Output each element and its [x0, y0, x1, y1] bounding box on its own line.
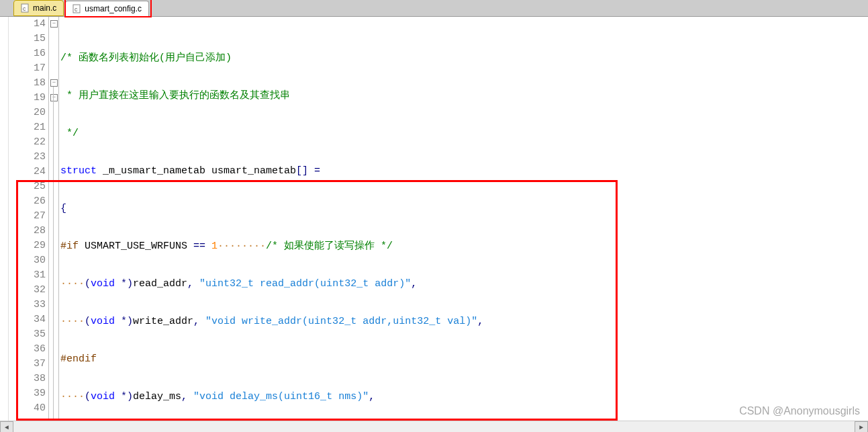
line-number: 21 [9, 120, 46, 135]
horizontal-scrollbar[interactable]: ◄ ► [0, 421, 868, 432]
line-number: 33 [9, 298, 46, 312]
code-line: ····(void *)write_addr, "void write_addr… [59, 314, 868, 329]
code-line: ····(void *)delay_ms, "void delay_ms(uin… [59, 390, 868, 404]
scroll-right-arrow-icon[interactable]: ► [855, 421, 868, 432]
line-number: 40 [9, 401, 46, 416]
fold-toggle-icon[interactable]: − [50, 20, 58, 28]
svg-text:c: c [75, 6, 78, 13]
line-number: 37 [9, 357, 46, 372]
line-number: 34 [9, 312, 46, 327]
code-line: ····(void *)read_addr, "uint32_t read_ad… [59, 277, 868, 292]
tab-usmart-config-c[interactable]: c usmart_config.c [65, 1, 149, 17]
code-content[interactable]: /* 函数名列表初始化(用户自己添加) * 用户直接在这里输入要执行的函数名及其… [59, 17, 868, 421]
line-number: 22 [9, 135, 46, 150]
line-number: 26 [9, 194, 46, 209]
tab-label: usmart_config.c [85, 4, 142, 13]
line-number: 24 [9, 165, 46, 179]
line-number: 30 [9, 253, 46, 268]
line-number: 36 [9, 342, 46, 357]
fold-toggle-icon[interactable]: − [50, 94, 58, 101]
file-c-icon: c [73, 4, 82, 13]
svg-text:c: c [23, 5, 26, 12]
line-number: 28 [9, 224, 46, 239]
editor-area: 1415161718192021222324252627282930313233… [0, 17, 868, 421]
code-line: struct _m_usmart_nametab usmart_nametab[… [59, 164, 868, 179]
code-line: */ [59, 126, 868, 141]
line-number: 16 [9, 46, 46, 61]
line-number-gutter: 1415161718192021222324252627282930313233… [9, 17, 48, 421]
line-number: 20 [9, 105, 46, 120]
file-c-icon: c [21, 3, 30, 13]
line-number: 25 [9, 179, 46, 194]
line-number: 35 [9, 327, 46, 342]
line-number: 19 [9, 91, 46, 105]
marker-margin [0, 17, 9, 421]
line-number: 31 [9, 268, 46, 283]
scroll-track[interactable] [13, 422, 855, 432]
line-number: 39 [9, 386, 46, 401]
tab-main-c[interactable]: c main.c [13, 0, 64, 16]
line-number: 15 [9, 32, 46, 46]
code-line: /* 函数名列表初始化(用户自己添加) [59, 51, 868, 66]
fold-column[interactable]: −−− [48, 17, 59, 421]
line-number: 38 [9, 372, 46, 386]
line-number: 29 [9, 239, 46, 253]
tab-label: main.c [33, 3, 56, 13]
annotation-box-code [16, 180, 618, 421]
line-number: 27 [9, 209, 46, 224]
code-line: #endif [59, 352, 868, 367]
code-line: { [59, 202, 868, 216]
line-number: 14 [9, 17, 46, 32]
fold-toggle-icon[interactable]: − [50, 79, 58, 87]
line-number: 17 [9, 61, 46, 76]
line-number: 18 [9, 76, 46, 91]
code-line: * 用户直接在这里输入要执行的函数名及其查找串 [59, 89, 868, 103]
tab-bar: c main.c c usmart_config.c [0, 0, 868, 17]
line-number: 23 [9, 150, 46, 165]
code-line: #if USMART_USE_WRFUNS == 1········/* 如果使… [59, 239, 868, 254]
scroll-left-arrow-icon[interactable]: ◄ [0, 421, 13, 432]
line-number: 32 [9, 283, 46, 298]
